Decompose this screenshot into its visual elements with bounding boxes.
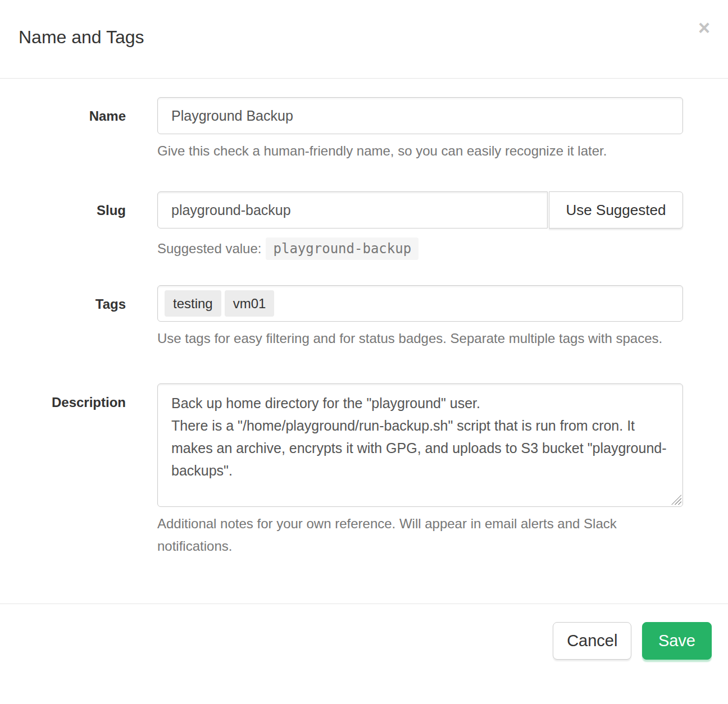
description-textarea-wrap: Back up home directory for the "playgrou… [157,383,683,507]
tags-help-text: Use tags for easy filtering and for stat… [157,327,674,350]
tag-chip: vm01 [225,290,275,317]
tags-form-row: Tags testingvm01 Use tags for easy filte… [0,285,683,350]
cancel-button[interactable]: Cancel [553,622,631,660]
close-icon: × [698,16,710,39]
tags-label: Tags [0,285,157,322]
description-help-text: Additional notes for your own reference.… [157,513,674,557]
save-button[interactable]: Save [642,622,712,660]
suggested-value-prefix: Suggested value: [157,241,261,256]
name-input[interactable] [157,97,683,134]
description-label: Description [0,383,157,507]
modal-footer: Cancel Save [0,604,728,678]
use-suggested-button[interactable]: Use Suggested [549,191,683,228]
tag-chip: testing [165,290,221,317]
modal-title: Name and Tags [19,0,709,48]
name-help-text: Give this check a human-friendly name, s… [157,140,674,162]
modal-body: Name Give this check a human-friendly na… [0,97,728,557]
suggested-value-code: playground-backup [266,237,418,260]
slug-form-row: Slug Use Suggested Suggested value:playg… [0,191,683,260]
name-label: Name [0,97,157,134]
close-button[interactable]: × [696,16,712,40]
name-form-row: Name Give this check a human-friendly na… [0,97,683,162]
modal-header: Name and Tags × [0,0,728,79]
suggested-value-line: Suggested value:playground-backup [157,237,683,260]
tags-input[interactable]: testingvm01 [157,285,683,322]
slug-input-group: Use Suggested [157,191,683,228]
description-textarea[interactable]: Back up home directory for the "playgrou… [157,383,683,507]
slug-input[interactable] [157,191,548,228]
slug-label: Slug [0,191,157,228]
description-form-row: Description Back up home directory for t… [0,383,683,557]
name-and-tags-modal: Name and Tags × Name Give this check a h… [0,0,728,678]
